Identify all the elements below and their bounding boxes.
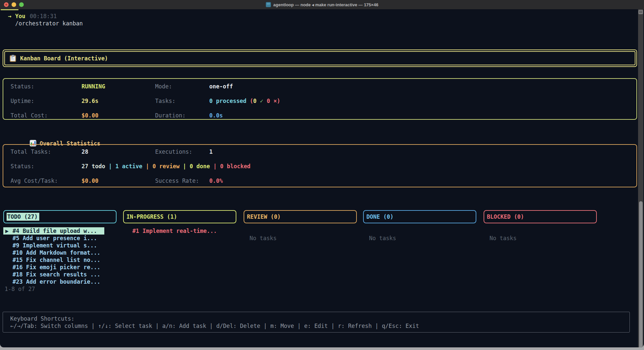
prompt-arrow-icon: → bbox=[8, 13, 11, 20]
check-icon: ✓ bbox=[260, 98, 267, 104]
duration-value: 0.0s bbox=[209, 112, 223, 119]
task-row[interactable]: #10 Add Markdown format... bbox=[13, 249, 100, 256]
avg-cost-value: $0.00 bbox=[82, 177, 98, 184]
tasks-fail-count: 0 bbox=[267, 98, 273, 104]
task-row[interactable]: #15 Fix channel list no... bbox=[13, 256, 100, 264]
board-header-box: Kanban Board (Interactive) bbox=[3, 49, 637, 67]
cross-icon: ×) bbox=[274, 98, 280, 104]
column-header-in-progress[interactable]: IN-PROGRESS (1) bbox=[123, 210, 236, 223]
column-header-todo[interactable]: TODO (27) bbox=[3, 210, 117, 223]
empty-column-note: No tasks bbox=[369, 235, 396, 242]
clipboard-icon bbox=[10, 55, 16, 62]
column-title-blocked: BLOCKED (0) bbox=[487, 213, 524, 220]
count-review: 0 review bbox=[153, 163, 180, 170]
titlebar: agentloop — node ◂ make run-interactive … bbox=[0, 0, 644, 9]
total-tasks-label: Total Tasks: bbox=[11, 148, 51, 155]
tasks-processed: 0 processed bbox=[209, 98, 250, 104]
column-title-todo: TODO (27) bbox=[7, 213, 39, 221]
count-todo: 27 todo bbox=[82, 163, 105, 170]
separator: | bbox=[142, 163, 153, 170]
cost-value: $0.00 bbox=[82, 112, 98, 119]
count-active: 1 active bbox=[115, 163, 142, 170]
task-row[interactable]: #9 Implement virtual s... bbox=[13, 242, 97, 249]
duration-label: Duration: bbox=[155, 112, 186, 119]
success-rate-label: Success Rate: bbox=[155, 177, 199, 184]
column-header-done[interactable]: DONE (0) bbox=[363, 210, 476, 223]
status-value: RUNNING bbox=[82, 83, 105, 90]
shortcuts-list: ←/→/Tab: Switch columns | ↑/↓: Select ta… bbox=[10, 322, 419, 330]
task-row[interactable]: #5 Add user presence i... bbox=[13, 235, 97, 242]
prompt-user: You bbox=[15, 13, 25, 20]
board-header-title: Kanban Board (Interactive) bbox=[20, 55, 108, 62]
column-header-blocked[interactable]: BLOCKED (0) bbox=[484, 210, 597, 223]
mode-value: one-off bbox=[209, 83, 233, 90]
column-title-in-progress: IN-PROGRESS (1) bbox=[126, 213, 177, 220]
tasks-value: 0 processed (0 ✓ 0 ×) bbox=[209, 97, 280, 105]
stats-status-value: 27 todo | 1 active | 0 review | 0 done |… bbox=[82, 163, 251, 170]
avg-cost-label: Avg Cost/Task: bbox=[11, 177, 58, 184]
column-header-review[interactable]: REVIEW (0) bbox=[244, 210, 357, 223]
clipped-previous-line bbox=[1, 9, 18, 10]
success-rate-value: 0.0% bbox=[209, 177, 223, 184]
executions-label: Executions: bbox=[155, 148, 192, 155]
empty-column-note: No tasks bbox=[250, 235, 277, 242]
selection-arrow-icon: ▶ bbox=[5, 227, 12, 235]
empty-column-note: No tasks bbox=[490, 235, 517, 242]
close-button[interactable] bbox=[4, 2, 9, 7]
tasks-label: Tasks: bbox=[155, 97, 175, 105]
uptime-value: 29.6s bbox=[82, 97, 98, 105]
minimize-button[interactable] bbox=[12, 2, 16, 7]
separator: | bbox=[180, 163, 190, 170]
terminal-app-icon bbox=[266, 2, 271, 7]
uptime-label: Uptime: bbox=[11, 97, 34, 105]
prompt-timestamp: 00:18:31 bbox=[30, 13, 57, 20]
prompt-command: /orchestrator kanban bbox=[15, 20, 83, 27]
cost-label: Total Cost: bbox=[11, 112, 48, 119]
status-label: Status: bbox=[11, 83, 34, 90]
zoom-button[interactable] bbox=[19, 2, 24, 7]
window-title: agentloop — node ◂ make run-interactive … bbox=[273, 2, 378, 7]
stats-status-label: Status: bbox=[11, 163, 34, 170]
column-title-done: DONE (0) bbox=[366, 213, 393, 220]
task-row[interactable]: #16 Fix emoji picker re... bbox=[13, 264, 100, 271]
mode-label: Mode: bbox=[155, 83, 172, 90]
column-title-review: REVIEW (0) bbox=[247, 213, 281, 220]
shortcuts-heading: Keyboard Shortcuts: bbox=[10, 315, 74, 322]
screen: agentloop — node ◂ make run-interactive … bbox=[0, 0, 644, 350]
task-row-selected[interactable]: ▶ #4 Build file upload w... bbox=[3, 227, 104, 235]
pagination: 1-8 of 27 bbox=[5, 285, 35, 293]
stats-box: Total Tasks: 28 Executions: 1 Status: 27… bbox=[3, 144, 637, 187]
task-row[interactable]: #1 Implement real-time... bbox=[132, 227, 217, 235]
task-label: #4 Build file upload w... bbox=[13, 227, 97, 235]
scrollbar-thumb[interactable] bbox=[639, 201, 643, 347]
executions-value: 1 bbox=[209, 148, 213, 155]
count-blocked: 0 blocked bbox=[220, 163, 251, 170]
task-row[interactable]: #18 Fix search results ... bbox=[13, 271, 100, 278]
count-done: 0 done bbox=[190, 163, 210, 170]
tasks-ok-count: 0 bbox=[253, 98, 260, 104]
tasks-paren-open: ( bbox=[250, 98, 253, 104]
window-controls bbox=[4, 0, 24, 9]
scrollbar-menu-icon[interactable] bbox=[638, 10, 643, 14]
task-row[interactable]: #23 Add error boundarie... bbox=[13, 278, 100, 285]
shortcuts-box: Keyboard Shortcuts: ←/→/Tab: Switch colu… bbox=[3, 312, 630, 333]
runner-status-box: Status: RUNNING Mode: one-off Uptime: 29… bbox=[3, 78, 637, 120]
separator: | bbox=[105, 163, 116, 170]
separator: | bbox=[210, 163, 220, 170]
terminal-content: → You 00:18:31 /orchestrator kanban Kanb… bbox=[0, 9, 644, 347]
terminal-window: agentloop — node ◂ make run-interactive … bbox=[0, 0, 644, 347]
total-tasks-value: 28 bbox=[82, 148, 88, 155]
